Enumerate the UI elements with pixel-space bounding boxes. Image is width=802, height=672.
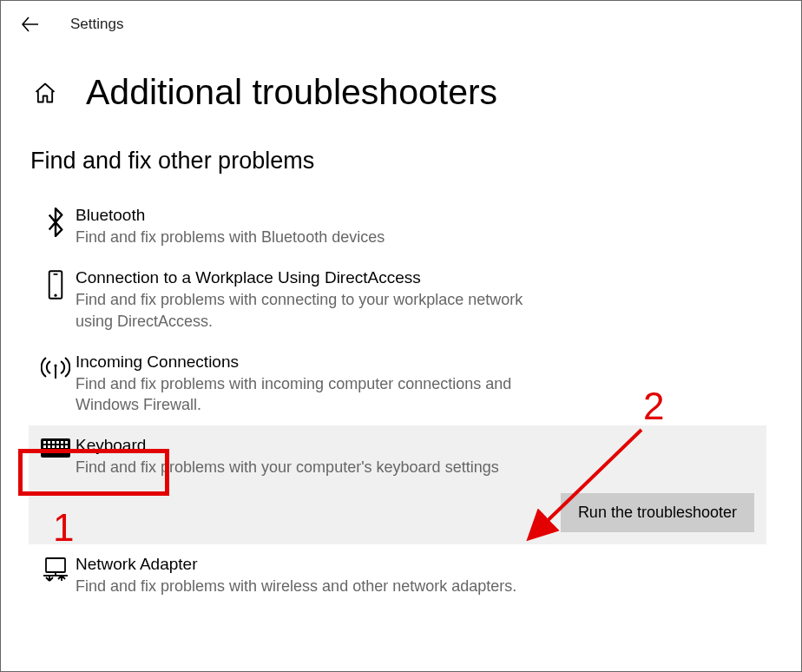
back-arrow-icon [22, 16, 39, 33]
bluetooth-icon [43, 208, 68, 237]
troubleshooter-item-network-adapter[interactable]: Network Adapter Find and fix problems wi… [29, 544, 766, 607]
svg-rect-11 [65, 441, 68, 444]
page-title: Additional troubleshooters [86, 72, 497, 113]
svg-rect-10 [61, 441, 63, 444]
svg-rect-16 [61, 445, 63, 448]
app-title: Settings [70, 16, 123, 33]
troubleshooter-item-bluetooth[interactable]: Bluetooth Find and fix problems with Blu… [29, 195, 766, 258]
item-desc: Find and fix problems with your computer… [76, 457, 562, 478]
svg-point-4 [54, 364, 56, 366]
keyboard-icon [40, 438, 71, 458]
phone-icon [46, 270, 65, 300]
svg-rect-8 [52, 441, 55, 444]
item-title: Connection to a Workplace Using DirectAc… [76, 268, 749, 287]
svg-rect-7 [48, 441, 50, 444]
svg-point-2 [54, 294, 56, 297]
home-icon [33, 81, 57, 105]
item-desc: Find and fix problems with wireless and … [76, 576, 562, 596]
back-button[interactable] [16, 10, 44, 38]
troubleshooter-item-keyboard[interactable]: Keyboard Find and fix problems with your… [29, 425, 766, 544]
home-button[interactable] [30, 78, 60, 108]
troubleshooter-list: Bluetooth Find and fix problems with Blu… [29, 195, 766, 607]
antenna-icon [41, 354, 70, 380]
item-title: Network Adapter [76, 555, 749, 574]
item-title: Keyboard [76, 436, 749, 455]
svg-rect-19 [48, 450, 63, 452]
network-adapter-icon [42, 557, 69, 583]
svg-rect-9 [56, 441, 59, 444]
svg-rect-20 [65, 450, 68, 452]
svg-rect-17 [65, 445, 68, 448]
item-desc: Find and fix problems with connecting to… [76, 289, 562, 332]
svg-rect-12 [43, 445, 46, 448]
item-desc: Find and fix problems with incoming comp… [76, 373, 562, 416]
item-title: Bluetooth [76, 206, 749, 225]
page-header: Additional troubleshooters [1, 39, 801, 113]
svg-rect-18 [43, 450, 46, 452]
svg-rect-14 [52, 445, 55, 448]
settings-window: Settings Additional troubleshooters Find… [0, 0, 802, 672]
run-troubleshooter-button[interactable]: Run the troubleshooter [561, 493, 754, 532]
svg-rect-15 [56, 445, 59, 448]
item-desc: Find and fix problems with Bluetooth dev… [76, 227, 562, 247]
section-heading: Find and fix other problems [30, 148, 801, 175]
troubleshooter-item-directaccess[interactable]: Connection to a Workplace Using DirectAc… [29, 258, 766, 342]
titlebar: Settings [1, 1, 801, 39]
troubleshooter-item-incoming[interactable]: Incoming Connections Find and fix proble… [29, 342, 766, 426]
svg-rect-6 [43, 441, 46, 444]
svg-rect-13 [48, 445, 50, 448]
svg-rect-21 [46, 558, 65, 572]
item-title: Incoming Connections [76, 352, 749, 372]
